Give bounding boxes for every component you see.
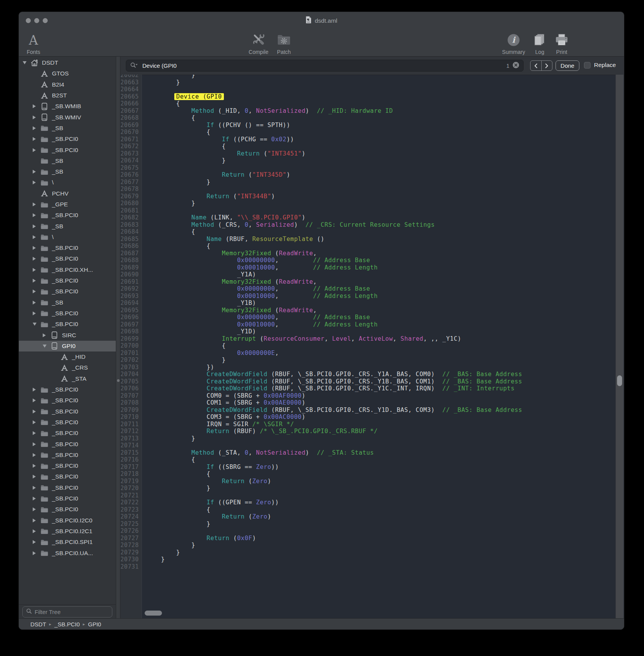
code-line[interactable]: 20662 }: [120, 75, 624, 79]
tree-item[interactable]: _SB.PCI0: [19, 395, 116, 406]
tree-item[interactable]: _SB.PCI0.SPI1: [19, 537, 116, 547]
code-line[interactable]: 20709 CreateDWordField (RBUF, \_SB.PCI0.…: [120, 407, 624, 414]
tree-item[interactable]: \: [19, 232, 116, 243]
vertical-scrollbar-thumb[interactable]: [617, 375, 622, 386]
disclosure-triangle-icon[interactable]: [33, 464, 40, 468]
breadcrumb-item[interactable]: DSDT: [30, 621, 46, 628]
disclosure-triangle-icon[interactable]: [33, 290, 40, 293]
disclosure-triangle-icon[interactable]: [33, 301, 40, 305]
code-line[interactable]: 20720 }: [120, 485, 624, 492]
code-line[interactable]: 20674 }: [120, 157, 624, 164]
tree-item[interactable]: _SB: [19, 123, 116, 134]
title-bar[interactable]: dsdt.aml: [19, 12, 624, 29]
disclosure-triangle-icon[interactable]: [33, 181, 40, 184]
disclosure-triangle-icon[interactable]: [33, 453, 40, 457]
code-line[interactable]: 20721: [120, 492, 624, 499]
code-line[interactable]: 20719 Return (Zero): [120, 478, 624, 485]
disclosure-triangle-icon[interactable]: [33, 410, 40, 413]
tree-item[interactable]: _SB.PCI0: [19, 253, 116, 264]
code-line[interactable]: 20722 If ((GPEN == Zero)): [120, 499, 624, 506]
code-line[interactable]: 20707 COM0 = (SBRG + 0x00AF0000): [120, 392, 624, 400]
code-line[interactable]: 20669 If ((PCHV () == SPTH)): [120, 122, 624, 129]
search-menu-icon[interactable]: [130, 62, 139, 70]
code-line[interactable]: 20682 Name (LINK, "\\_SB.PCI0.GPI0"): [120, 214, 624, 221]
tree-item[interactable]: _SB.PCI0: [19, 144, 116, 155]
code-line[interactable]: 20729 }: [120, 549, 624, 556]
tree-item[interactable]: _HID: [19, 351, 116, 362]
filter-tree-input[interactable]: Filter Tree: [22, 606, 112, 618]
tree-item[interactable]: GPI0: [19, 341, 116, 351]
disclosure-triangle-icon[interactable]: [33, 279, 40, 283]
disclosure-triangle-icon[interactable]: [33, 388, 40, 392]
tree-item[interactable]: SIRC: [19, 330, 116, 340]
disclosure-triangle-icon[interactable]: [33, 148, 40, 152]
tree-item[interactable]: _SB.PCI0: [19, 438, 116, 449]
disclosure-triangle-icon[interactable]: [33, 224, 40, 228]
horizontal-scrollbar-thumb[interactable]: [145, 611, 162, 616]
code-line[interactable]: 20679 Return ("INT344B"): [120, 193, 624, 200]
find-next-button[interactable]: [542, 61, 552, 70]
tree-item[interactable]: _SB.PCI0: [19, 275, 116, 286]
code-line[interactable]: 20680 }: [120, 200, 624, 207]
code-line[interactable]: 20728 }: [120, 542, 624, 549]
code-line[interactable]: 20717 If ((SBRG == Zero)): [120, 464, 624, 471]
disclosure-triangle-icon[interactable]: [33, 507, 40, 511]
disclosure-triangle-icon[interactable]: [33, 431, 40, 435]
tree-item[interactable]: _SB.PCI0: [19, 504, 116, 515]
code-line[interactable]: 20699 Interrupt (ResourceConsumer, Level…: [120, 335, 624, 343]
code-line[interactable]: 20693 0x00010000, // Address Length: [120, 293, 624, 300]
disclosure-triangle-icon[interactable]: [33, 268, 40, 272]
document-icon[interactable]: [305, 16, 312, 25]
tree-item[interactable]: _SB.PCI0.XH...: [19, 264, 116, 275]
code-line[interactable]: 20688 0x00000000, // Address Base: [120, 257, 624, 264]
code-line[interactable]: 20673 Return ("INT3451"): [120, 150, 624, 157]
tree-item[interactable]: _CRS: [19, 362, 116, 373]
disclosure-triangle-icon[interactable]: [33, 213, 40, 217]
code-line[interactable]: 20689 0x00010000, // Address Length: [120, 264, 624, 271]
code-line[interactable]: 20681: [120, 207, 624, 214]
disclosure-triangle-icon[interactable]: [33, 398, 40, 402]
code-line[interactable]: 20706 CreateDWordField (RBUF, \_SB.PCI0.…: [120, 385, 624, 392]
code-line[interactable]: 20671 If ((PCHG == 0x02)): [120, 136, 624, 143]
disclosure-triangle-icon[interactable]: [33, 551, 40, 555]
patch-button[interactable]: Patch: [268, 30, 300, 55]
disclosure-triangle-icon[interactable]: [33, 497, 40, 500]
tree-item[interactable]: _SB.PCI0: [19, 417, 116, 428]
replace-checkbox[interactable]: [584, 62, 591, 69]
tree-item[interactable]: _SB: [19, 297, 116, 308]
code-line[interactable]: 20700 {: [120, 342, 624, 350]
code-line[interactable]: 20715 Method (_STA, 0, NotSerialized) //…: [120, 449, 624, 457]
disclosure-triangle-icon[interactable]: [33, 257, 40, 261]
pane-splitter[interactable]: [116, 57, 120, 619]
code-line[interactable]: 20724 Return (Zero): [120, 513, 624, 520]
code-line[interactable]: 20716 {: [120, 456, 624, 464]
breadcrumb-item[interactable]: GPI0: [88, 621, 101, 628]
code-line[interactable]: 20686 {: [120, 243, 624, 250]
disclosure-triangle-icon[interactable]: [33, 115, 40, 119]
code-line[interactable]: 20723 {: [120, 506, 624, 514]
tree-item[interactable]: _SB.PCI0: [19, 471, 116, 482]
tree-item[interactable]: _SB: [19, 221, 116, 231]
vertical-scrollbar[interactable]: [616, 75, 624, 619]
code-line[interactable]: 20675: [120, 164, 624, 172]
disclosure-triangle-icon[interactable]: [23, 61, 30, 64]
find-previous-button[interactable]: [531, 61, 542, 70]
code-line[interactable]: 20672 {: [120, 143, 624, 150]
tree-item[interactable]: _SB.PCI0: [19, 406, 116, 417]
code-line[interactable]: 20711 IRQN = SGIR /* \SGIR */: [120, 421, 624, 428]
tree-item[interactable]: \: [19, 177, 116, 188]
code-editor[interactable]: 20662 }20663 }2066420665 Device (GPI0206…: [120, 75, 624, 619]
tree-item[interactable]: _SB.PCI0: [19, 308, 116, 319]
done-button[interactable]: Done: [556, 60, 579, 71]
code-line[interactable]: 20665 Device (GPI0: [120, 93, 624, 100]
code-line[interactable]: 20668 {: [120, 114, 624, 122]
tree-item[interactable]: _SB.WMIB: [19, 101, 116, 112]
disclosure-triangle-icon[interactable]: [33, 137, 40, 141]
code-line[interactable]: 20667 Method (_HID, 0, NotSerialized) //…: [120, 107, 624, 115]
tree-item[interactable]: _GPE: [19, 199, 116, 210]
disclosure-triangle-icon[interactable]: [33, 519, 40, 522]
tree-item[interactable]: B2ST: [19, 90, 116, 101]
code-line[interactable]: 20666 {: [120, 100, 624, 107]
disclosure-triangle-icon[interactable]: [33, 323, 40, 326]
disclosure-triangle-icon[interactable]: [33, 126, 40, 130]
